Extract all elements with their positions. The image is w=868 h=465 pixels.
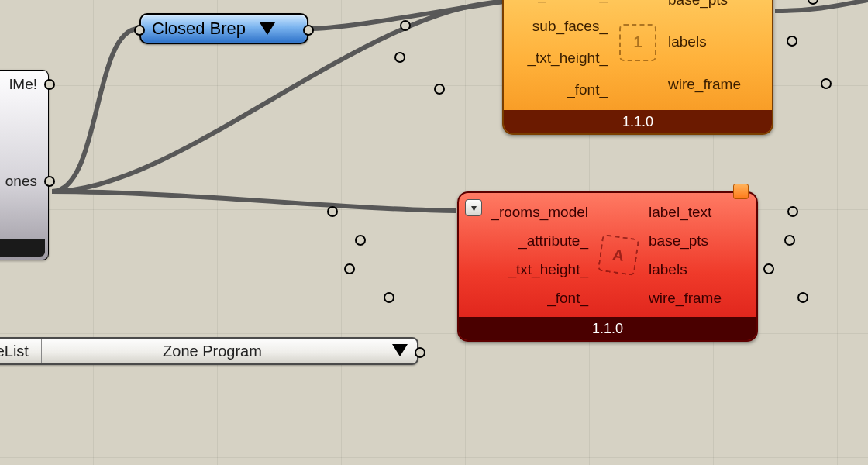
dropdown-icon[interactable] xyxy=(383,343,417,360)
panel-output-ones[interactable]: ones xyxy=(0,167,48,195)
input-sub-faces[interactable]: sub_faces_ xyxy=(532,16,608,36)
input-rooms-model[interactable]: _rooms_model xyxy=(491,202,588,222)
output-port[interactable] xyxy=(797,292,808,303)
component-version: 1.1.0 xyxy=(504,110,772,133)
param-label: Closed Brep xyxy=(152,19,246,39)
output-labels[interactable]: labels xyxy=(649,260,687,280)
input-attribute[interactable]: _attribute_ xyxy=(538,0,608,5)
output-port[interactable] xyxy=(44,176,55,187)
component-vis-rooms[interactable]: ▾ _rooms_model _attribute_ _txt_height_ … xyxy=(457,191,758,342)
output-port[interactable] xyxy=(415,347,425,358)
param-closed-brep[interactable]: Closed Brep xyxy=(140,13,308,44)
attribute-list-capsule[interactable]: uteList Zone Program xyxy=(0,337,418,365)
output-port[interactable] xyxy=(821,78,832,89)
input-attribute[interactable]: _attribute_ xyxy=(518,231,588,251)
output-port[interactable] xyxy=(44,79,55,90)
panel-output-label: lMe! xyxy=(9,76,37,92)
output-port[interactable] xyxy=(303,25,314,36)
output-port[interactable] xyxy=(763,264,774,274)
component-vis-faces[interactable]: _attribute_ sub_faces_ _txt_height_ _fon… xyxy=(502,0,773,135)
output-labels[interactable]: labels xyxy=(668,32,707,52)
input-port[interactable] xyxy=(134,25,145,36)
input-port[interactable] xyxy=(344,264,355,274)
panel-misc[interactable]: lMe! ones xyxy=(0,70,49,260)
attr-left-label: uteList xyxy=(0,343,41,360)
output-port[interactable] xyxy=(787,206,798,217)
input-port[interactable] xyxy=(355,235,366,246)
input-port[interactable] xyxy=(384,292,394,303)
input-font[interactable]: _font_ xyxy=(547,288,588,308)
input-port[interactable] xyxy=(400,20,411,31)
panel-output-label: ones xyxy=(5,173,37,189)
output-label-text[interactable]: label_text xyxy=(649,202,711,222)
dropdown-icon[interactable] xyxy=(260,22,275,35)
output-wire-frame[interactable]: wire_frame xyxy=(649,288,722,308)
component-version: 1.1.0 xyxy=(459,317,756,340)
attr-center-label: Zone Program xyxy=(42,343,383,360)
panel-output-runme[interactable]: lMe! xyxy=(0,71,48,98)
input-port[interactable] xyxy=(434,84,445,95)
input-txt-height[interactable]: _txt_height_ xyxy=(527,48,608,68)
output-base-pts[interactable]: base_pts xyxy=(668,0,728,10)
component-icon xyxy=(619,24,656,61)
input-port[interactable] xyxy=(327,206,338,217)
input-font[interactable]: _font_ xyxy=(567,80,608,100)
panel-footer xyxy=(0,239,45,257)
input-txt-height[interactable]: _txt_height_ xyxy=(508,260,588,280)
component-icon: A xyxy=(598,234,639,276)
output-port[interactable] xyxy=(784,235,795,246)
output-base-pts[interactable]: base_pts xyxy=(649,231,708,251)
output-wire-frame[interactable]: wire_frame xyxy=(668,74,741,95)
